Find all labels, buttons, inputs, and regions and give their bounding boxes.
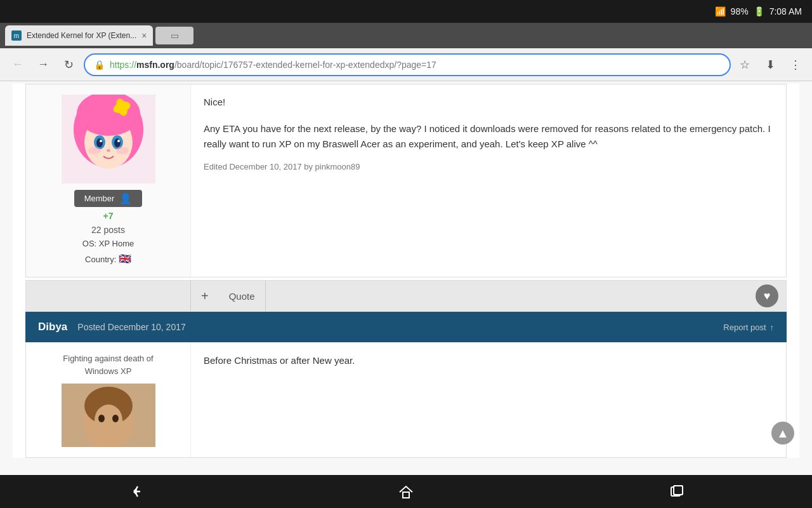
home-nav-button[interactable] xyxy=(387,478,425,505)
post2-username: Dibya xyxy=(38,321,67,333)
post-1-sidebar: Member 👤 +7 22 posts OS: XP Home Country… xyxy=(26,84,191,277)
back-nav-button[interactable] xyxy=(116,478,154,505)
quote-button[interactable]: Quote xyxy=(219,281,266,311)
page-content: Member 👤 +7 22 posts OS: XP Home Country… xyxy=(0,81,812,475)
toolbar-icons: ☆ ⬇ ⋮ xyxy=(736,56,804,74)
tab-favicon: m xyxy=(11,30,22,41)
svg-point-10 xyxy=(100,140,102,142)
tab-title: Extended Kernel for XP (Exten... xyxy=(27,31,136,40)
share-icon: ↑ xyxy=(770,323,775,332)
action-right: ♥ xyxy=(266,284,786,307)
member-icon: 👤 xyxy=(119,192,132,204)
tab-close-button[interactable]: × xyxy=(141,30,147,41)
status-bar: 📶 98% 🔋 7:08 AM xyxy=(0,0,812,23)
post-meta: OS: XP Home Country: 🇬🇧 xyxy=(82,237,134,267)
svg-rect-21 xyxy=(403,492,409,498)
post-1-body: Nice! Any ETA you have for the next rele… xyxy=(191,84,786,277)
svg-point-13 xyxy=(88,147,101,154)
member-label: Member xyxy=(84,194,115,203)
post-edited: Edited December 10, 2017 by pinkmoon89 xyxy=(204,162,773,171)
post-2-body: Before Christmas or after New year. xyxy=(191,342,786,457)
recents-nav-button[interactable] xyxy=(658,478,696,505)
plus-button[interactable]: + xyxy=(191,284,219,309)
wifi-icon: 📶 xyxy=(715,6,726,17)
post2-text: Before Christmas or after New year. xyxy=(204,355,773,366)
post-2-sidebar: Fighting against death of Windows XP xyxy=(26,342,191,457)
tab-bar: m Extended Kernel for XP (Exten... × ▭ xyxy=(0,23,812,48)
url-text: https://msfn.org/board/topic/176757-exte… xyxy=(110,60,721,70)
post-actions-bar: + Quote ♥ xyxy=(25,280,787,312)
bookmark-button[interactable]: ☆ xyxy=(736,56,754,74)
post-nice: Nice! xyxy=(204,95,773,110)
post2-avatar xyxy=(62,384,155,447)
action-left xyxy=(26,281,191,311)
post-count: 22 posts xyxy=(91,225,125,235)
svg-point-8 xyxy=(96,138,103,147)
address-bar-row: ← → ↻ 🔒 https://msfn.org/board/topic/176… xyxy=(0,48,812,81)
svg-point-18 xyxy=(95,404,122,436)
new-tab-button[interactable]: ▭ xyxy=(155,27,193,44)
post-plus-count: +7 xyxy=(103,211,114,221)
post2-header-left: Dibya Posted December 10, 2017 xyxy=(38,321,186,333)
post-2: Fighting against death of Windows XP Bef… xyxy=(25,342,787,458)
forum-content: Member 👤 +7 22 posts OS: XP Home Country… xyxy=(13,84,799,458)
url-domain: msfn.org xyxy=(136,60,174,70)
svg-point-14 xyxy=(116,147,129,154)
avatar xyxy=(62,95,155,184)
battery-text: 98% xyxy=(731,6,749,17)
address-bar[interactable]: 🔒 https://msfn.org/board/topic/176757-ex… xyxy=(84,53,731,76)
lock-icon: 🔒 xyxy=(94,60,105,70)
menu-button[interactable]: ⋮ xyxy=(787,56,804,74)
post-main-text: Any ETA you have for the next release, b… xyxy=(204,121,773,152)
heart-button[interactable]: ♥ xyxy=(756,284,778,307)
forward-button[interactable]: → xyxy=(33,55,53,75)
reload-button[interactable]: ↻ xyxy=(58,55,79,75)
svg-point-12 xyxy=(107,149,110,152)
svg-point-11 xyxy=(117,140,120,142)
url-path: /board/topic/176757-extended-kernel-for-… xyxy=(174,60,436,70)
download-button[interactable]: ⬇ xyxy=(761,56,779,74)
svg-point-19 xyxy=(98,415,105,422)
active-tab[interactable]: m Extended Kernel for XP (Exten... × xyxy=(5,25,153,46)
post2-user-title: Fighting against death of Windows XP xyxy=(63,352,153,377)
report-post-button[interactable]: Report post ↑ xyxy=(723,323,774,332)
back-button[interactable]: ← xyxy=(8,55,28,75)
android-nav-bar xyxy=(0,475,812,508)
battery-icon: 🔋 xyxy=(754,6,764,17)
scroll-to-top-button[interactable]: ▲ xyxy=(771,422,794,444)
report-label: Report post xyxy=(723,323,766,332)
url-https: https:// xyxy=(110,60,136,70)
svg-rect-23 xyxy=(674,486,683,495)
member-badge: Member 👤 xyxy=(74,190,143,207)
post-1: Member 👤 +7 22 posts OS: XP Home Country… xyxy=(25,84,787,277)
post2-date: Posted December 10, 2017 xyxy=(77,322,185,332)
clock: 7:08 AM xyxy=(769,6,802,17)
svg-point-20 xyxy=(112,415,119,422)
post-2-header: Dibya Posted December 10, 2017 Report po… xyxy=(25,312,787,342)
svg-point-9 xyxy=(114,138,121,147)
